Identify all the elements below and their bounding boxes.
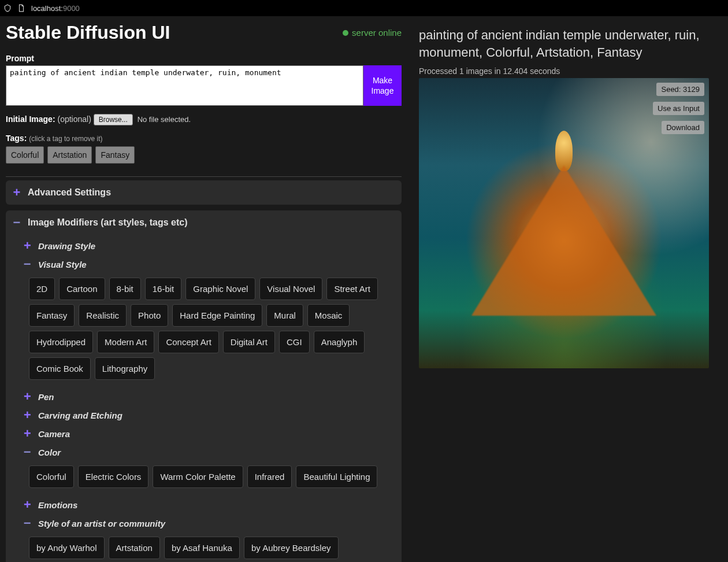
active-tag[interactable]: Artstation <box>47 146 92 164</box>
modifier-tag[interactable]: Anaglyph <box>314 331 365 353</box>
advanced-settings-toggle[interactable]: + Advanced Settings <box>6 180 402 205</box>
seed-badge: Seed: 3129 <box>656 83 704 96</box>
image-modifiers-toggle[interactable]: − Image Modifiers (art styles, tags etc) <box>6 210 402 235</box>
modifier-section-label: Emotions <box>38 500 77 510</box>
modifier-section-toggle[interactable]: +Emotions <box>12 494 396 512</box>
modifier-tag[interactable]: by Asaf Hanuka <box>164 537 240 559</box>
modifier-tag[interactable]: CGI <box>279 331 310 353</box>
plus-icon: + <box>22 390 32 403</box>
modifier-tag[interactable]: Comic Book <box>29 357 91 380</box>
minus-icon: − <box>22 446 32 459</box>
active-tag[interactable]: Fantasy <box>95 146 135 164</box>
plus-icon: + <box>22 239 32 252</box>
plus-icon: + <box>22 427 32 440</box>
modifier-section-toggle[interactable]: −Color <box>12 441 396 460</box>
advanced-settings-title: Advanced Settings <box>28 187 111 198</box>
modifier-tag[interactable]: Lithography <box>95 357 155 380</box>
modifier-section-label: Style of an artist or community <box>38 519 165 528</box>
modifier-tag-list: 2DCartoon8-bit16-bitGraphic NovelVisual … <box>12 272 396 386</box>
prompt-label: Prompt <box>6 54 402 63</box>
image-modifiers-title: Image Modifiers (art styles, tags etc) <box>28 217 188 228</box>
modifier-sections: +Drawing Style−Visual Style2DCartoon8-bi… <box>6 235 402 562</box>
modifier-tag[interactable]: Artstation <box>109 537 160 559</box>
modifier-tag[interactable]: Graphic Novel <box>185 278 255 300</box>
modifier-section-toggle[interactable]: +Carving and Etching <box>12 404 396 423</box>
make-image-button[interactable]: Make Image <box>363 65 402 106</box>
modifier-tag[interactable]: Hard Edge Painting <box>172 304 262 327</box>
image-modifiers-panel: − Image Modifiers (art styles, tags etc)… <box>6 210 402 562</box>
server-status: server online <box>343 28 402 38</box>
url-host: localhost: <box>31 4 63 13</box>
browser-address-bar: localhost:9000 <box>0 0 728 16</box>
modifier-tag[interactable]: Fantasy <box>29 304 75 327</box>
tags-label: Tags: <box>6 134 27 143</box>
modifier-tag[interactable]: Colorful <box>29 465 74 488</box>
modifier-section-label: Pen <box>38 392 54 402</box>
modifier-tag[interactable]: 2D <box>29 278 55 300</box>
modifier-tag[interactable]: Photo <box>131 304 168 327</box>
page-icon <box>17 4 25 12</box>
modifier-section-toggle[interactable]: +Pen <box>12 386 396 404</box>
active-tags: ColorfulArtstationFantasy <box>6 146 402 164</box>
modifier-section-toggle[interactable]: −Visual Style <box>12 253 396 272</box>
divider <box>6 176 402 177</box>
modifier-tag[interactable]: Realistic <box>79 304 127 327</box>
modifier-tag[interactable]: Mosaic <box>307 304 350 327</box>
modifier-tag[interactable]: Street Art <box>326 278 378 300</box>
modifier-section-label: Color <box>38 448 61 457</box>
browse-button[interactable]: Browse... <box>94 114 133 125</box>
result-title: painting of ancient indian temple underw… <box>419 27 722 61</box>
modifier-tag[interactable]: Mural <box>266 304 303 327</box>
modifier-tag-list: ColorfulElectric ColorsWarm Color Palett… <box>12 460 396 494</box>
minus-icon: − <box>12 216 22 229</box>
modifier-section-label: Drawing Style <box>38 241 95 251</box>
modifier-section-label: Camera <box>38 429 70 439</box>
modifier-tag[interactable]: 8-bit <box>109 278 141 300</box>
minus-icon: − <box>22 517 32 530</box>
modifier-tag[interactable]: Electric Colors <box>78 465 149 488</box>
prompt-input[interactable]: painting of ancient indian temple underw… <box>6 65 363 106</box>
modifier-section-toggle[interactable]: +Drawing Style <box>12 235 396 253</box>
modifier-tag[interactable]: by Aubrey Beardsley <box>244 537 339 559</box>
status-dot-icon <box>343 30 348 36</box>
modifier-section-toggle[interactable]: −Style of an artist or community <box>12 512 396 531</box>
result-image-wrap: Seed: 3129 Use as Input Download <box>419 78 709 368</box>
plus-icon: + <box>22 409 32 422</box>
download-button[interactable]: Download <box>662 121 704 134</box>
modifier-tag[interactable]: Warm Color Palette <box>153 465 243 488</box>
modifier-tag[interactable]: Digital Art <box>223 331 275 353</box>
shield-icon <box>3 4 12 12</box>
plus-icon: + <box>22 498 32 511</box>
modifier-section-label: Visual Style <box>38 260 87 269</box>
initial-image-label: Initial Image: <box>6 114 55 124</box>
modifier-tag[interactable]: Cartoon <box>59 278 105 300</box>
no-file-label: No file selected. <box>138 115 191 124</box>
modifier-tag[interactable]: Modern Art <box>97 331 154 353</box>
modifier-tag[interactable]: Infrared <box>247 465 292 488</box>
use-as-input-button[interactable]: Use as Input <box>653 102 704 115</box>
advanced-settings-panel: + Advanced Settings <box>6 180 402 205</box>
modifier-tag[interactable]: by Andy Warhol <box>29 537 105 559</box>
tags-hint: (click a tag to remove it) <box>29 135 102 143</box>
modifier-section-label: Carving and Etching <box>38 411 122 420</box>
active-tag[interactable]: Colorful <box>6 146 44 164</box>
initial-image-optional: (optional) <box>57 114 91 124</box>
modifier-tag[interactable]: 16-bit <box>145 278 182 300</box>
minus-icon: − <box>22 258 32 271</box>
modifier-section-toggle[interactable]: +Camera <box>12 423 396 441</box>
modifier-tag-list: by Andy WarholArtstationby Asaf Hanukaby… <box>12 531 396 562</box>
result-status: Processed 1 images in 12.404 seconds <box>419 66 722 76</box>
url-port: 9000 <box>63 4 80 13</box>
server-status-label: server online <box>352 28 402 38</box>
modifier-tag[interactable]: Visual Novel <box>259 278 322 300</box>
initial-image-row: Initial Image: (optional) Browse... No f… <box>6 114 402 125</box>
modifier-tag[interactable]: Hydrodipped <box>29 331 93 353</box>
modifier-tag[interactable]: Beautiful Lighting <box>296 465 377 488</box>
plus-icon: + <box>12 186 22 199</box>
page-title: Stable Diffusion UI <box>6 22 170 43</box>
url[interactable]: localhost:9000 <box>31 3 80 13</box>
modifier-tag[interactable]: Concept Art <box>158 331 218 353</box>
